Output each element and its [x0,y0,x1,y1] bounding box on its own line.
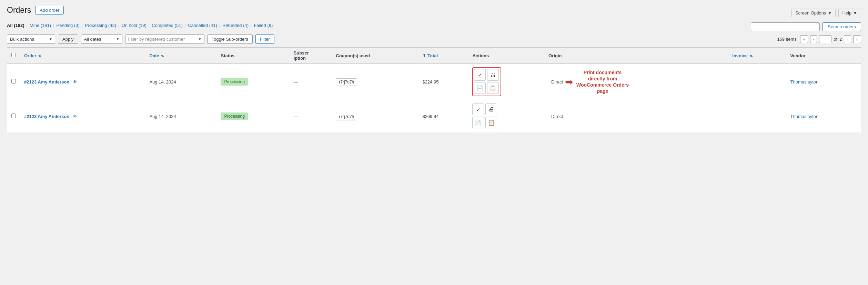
order-date-0: Aug 14, 2024 [145,64,216,100]
order-link-1[interactable]: #2122 Amy Anderson [24,114,69,119]
coupon-badge-0: r7rj7d7h [336,78,357,86]
filter-tab-sep: | [219,23,220,28]
prev-page-button[interactable]: ‹ [810,35,817,43]
date-sort-icon: ⇅ [161,54,164,58]
status-badge-1: Processing [221,112,248,120]
view-icon-1[interactable]: 👁 [73,114,77,119]
next-page-button[interactable]: › [844,35,851,43]
filter-tab-sep: | [118,23,119,28]
total-0: $224.95 [418,64,468,100]
filter-tab-refunded[interactable]: Refunded (4) [222,23,249,28]
actions-bar: Bulk actions ▼ Apply All dates ▼ Filter … [7,35,861,44]
order-sort-icon: ⇅ [38,54,41,58]
items-count: 169 items [777,37,796,42]
add-order-button[interactable]: Add order [35,6,64,14]
bulk-actions-select[interactable]: Bulk actions [7,35,55,44]
th-subscription: Subscription [290,48,332,64]
filter-tab-failed[interactable]: Failed (9) [254,23,273,28]
search-input[interactable] [751,22,820,31]
th-vendor: Vendor [786,48,861,64]
page-title: Orders [7,6,31,15]
invoice-1 [728,100,786,133]
th-total[interactable]: ⬆ Total [418,48,468,64]
dates-filter-wrapper: All dates ▼ [81,35,122,44]
origin-label-1: Direct [551,114,563,119]
origin-label-0: Direct [551,79,563,85]
filter-tab-all[interactable]: All (182) [7,23,24,28]
select-all-header [7,48,20,64]
row-checkbox-1[interactable] [11,114,16,118]
th-origin: Origin [544,48,728,64]
toggle-suborders-button[interactable]: Toggle Sub-orders [207,35,253,44]
bulk-actions-wrapper: Bulk actions ▼ [7,35,55,44]
status-badge-0: Processing [221,78,248,86]
current-page-input[interactable]: 1 [819,35,831,43]
subscription-1: — [290,100,332,133]
table-header-row: Order ⇅ Date ⇅ Status Subscription Coupo… [7,48,861,64]
chevron-down-icon: ▼ [828,10,832,16]
th-invoice[interactable]: Invoice ⇅ [728,48,786,64]
th-date[interactable]: Date ⇅ [145,48,216,64]
filter-tab-mine[interactable]: Mine (181) [30,23,51,28]
first-page-button[interactable]: « [800,35,808,43]
orders-table: Order ⇅ Date ⇅ Status Subscription Coupo… [7,47,861,133]
order-link-0[interactable]: #2123 Amy Anderson [24,79,69,85]
filter-tab-processing[interactable]: Processing (42) [85,23,116,28]
th-coupons: Coupon(s) used [332,48,418,64]
total-pages: 2 [839,37,842,42]
annotation-arrow-0: ➡ [565,76,573,88]
filter-tab-sep: | [53,23,54,28]
apply-button[interactable]: Apply [58,35,78,44]
filter-button[interactable]: Filter [255,35,274,44]
filter-tab-sep: | [27,23,28,28]
action-print-btn-1[interactable]: 🖨 [485,104,497,115]
screen-options-button[interactable]: Screen Options ▼ [791,9,836,17]
th-actions: Actions [468,48,544,64]
view-icon-0[interactable]: 👁 [73,79,77,85]
action-icons-1: ✓ 🖨 📄 📋 [472,104,498,129]
pagination: 169 items « ‹ 1 of 2 › » [777,35,861,43]
action-icons-highlighted-0: ✓ 🖨 📄 📋 [472,67,501,96]
vendor-link-1[interactable]: Thomaslayton [790,114,819,119]
action-check-btn-1[interactable]: ✓ [472,104,484,115]
customer-filter-wrapper: Filter by registered customer ▼ [125,35,204,44]
total-1: $269.94 [418,100,468,133]
action-doc2-btn-1[interactable]: 📋 [485,117,497,128]
filter-tab-sep: | [251,23,252,28]
action-check-btn-0[interactable]: ✓ [474,69,486,81]
filter-tab-sep: | [82,23,83,28]
select-all-checkbox[interactable] [11,53,16,57]
filter-tab-completed[interactable]: Completed (51) [152,23,183,28]
table-row: #2123 Amy Anderson 👁Aug 14, 2024Processi… [7,64,861,100]
action-doc2-btn-0[interactable]: 📋 [487,82,499,94]
action-doc1-btn-1[interactable]: 📄 [472,117,484,128]
filter-tab-sep: | [149,23,150,28]
filter-tabs: All (182)|Mine (181)|Pending (3)|Process… [7,23,273,28]
table-row: #2122 Amy Anderson 👁Aug 14, 2024Processi… [7,100,861,133]
subscription-0: — [290,64,332,100]
action-doc1-btn-0[interactable]: 📄 [474,82,486,94]
of-label: of [834,37,837,42]
customer-filter-select[interactable]: Filter by registered customer [125,35,204,44]
last-page-button[interactable]: » [853,35,861,43]
invoice-0 [728,64,786,100]
search-orders-button[interactable]: Search orders [822,22,861,31]
chevron-down-icon: ▼ [853,10,857,16]
th-order[interactable]: Order ⇅ [20,48,145,64]
vendor-link-0[interactable]: Thomaslayton [790,79,819,85]
help-button[interactable]: Help ▼ [838,9,861,17]
dates-select[interactable]: All dates [81,35,122,44]
invoice-sort-icon: ⇅ [750,54,753,58]
order-date-1: Aug 14, 2024 [145,100,216,133]
row-checkbox-0[interactable] [11,79,16,83]
filter-tab-pending[interactable]: Pending (3) [57,23,80,28]
filter-tab-on-hold[interactable]: On hold (19) [122,23,147,28]
th-status: Status [216,48,289,64]
action-print-btn-0[interactable]: 🖨 [487,69,499,81]
filter-tab-sep: | [185,23,186,28]
coupon-badge-1: r7rj7d7h [336,113,357,120]
annotation-text-0: Print documents directly from WooCommerc… [575,69,630,95]
filter-tab-cancelled[interactable]: Cancelled (41) [188,23,217,28]
